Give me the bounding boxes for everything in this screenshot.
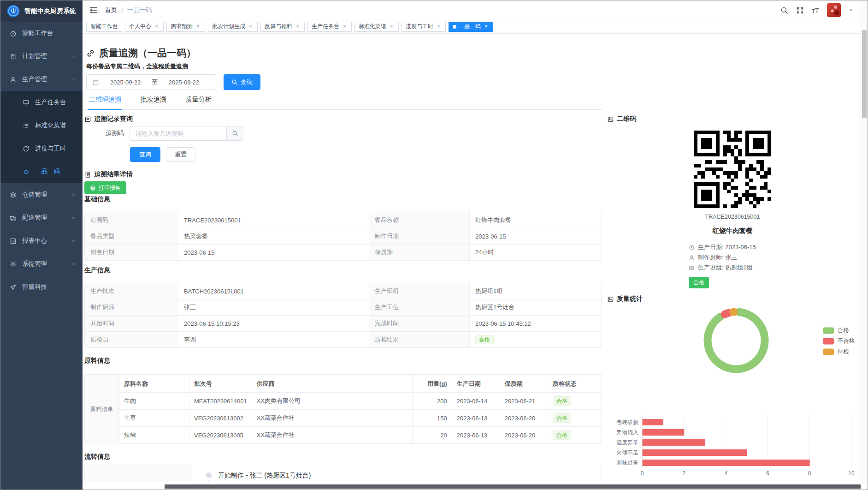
trace-detail-column: 追溯记录查询 追溯码 查询 重置 追溯结果详情 [84, 115, 602, 482]
qr-info-line: 生产班组: 热厨组1组 [689, 263, 776, 273]
layers-icon [10, 191, 17, 198]
close-icon[interactable]: × [342, 24, 348, 30]
svg-text:6: 6 [766, 470, 769, 477]
scrollbar-thumb[interactable] [862, 30, 867, 118]
sidebar-item-one-dish-one-code[interactable]: 一品一码 [0, 160, 83, 183]
document-icon [10, 53, 17, 60]
tab-二维码追溯[interactable]: 二维码追溯 [88, 95, 122, 110]
search-icon[interactable] [780, 6, 788, 14]
label-cell: 开始时间 [85, 316, 178, 332]
fullscreen-icon[interactable] [796, 6, 804, 14]
legend-item-待检[interactable]: 待检 [823, 348, 855, 356]
dashboard-icon [10, 30, 17, 37]
tag-label: 需求预测 [171, 23, 193, 30]
close-icon[interactable]: × [154, 24, 159, 30]
date-range-picker[interactable]: 2025-09-22 至 2025-09-22 [86, 74, 216, 90]
legend-marker [823, 327, 834, 334]
flow-info-title: 流转信息 [84, 453, 602, 461]
sidebar-item-recipes[interactable]: 标准化菜谱 [0, 114, 83, 137]
tab-质量分析[interactable]: 质量分析 [185, 95, 213, 109]
qr-dish-name: 红烧牛肉套餐 [607, 227, 858, 235]
basic-info-title: 基础信息 [84, 195, 602, 203]
tag-item-2[interactable]: 需求预测× [166, 22, 205, 32]
flow-timeline: 开始制作 - 张三 (热厨区1号灶台)2023-06-15 10:15:00 [192, 464, 601, 482]
sidebar-item-production[interactable]: 生产管理 [0, 68, 83, 91]
status-badge: 合格 [475, 335, 494, 344]
bar-category-label: 调味过重 [616, 460, 638, 466]
query-button[interactable]: 查询 [130, 147, 160, 162]
search-icon [232, 130, 238, 137]
close-icon[interactable]: × [295, 24, 301, 30]
value-cell: 2023-06-15 10:45:12 [470, 316, 602, 332]
date-to-value[interactable]: 2025-09-22 [158, 79, 210, 86]
table-cell: 2023-06-13 [452, 410, 500, 427]
chevron-icon [71, 262, 76, 267]
close-icon[interactable]: × [483, 24, 489, 30]
table-cell: VEG20230613005 [189, 427, 252, 444]
label-cell: 餐品类型 [85, 228, 178, 245]
close-icon[interactable]: × [436, 24, 442, 30]
table-row: 追溯码TRACE20230615001餐品名称红烧牛肉套餐 [85, 212, 602, 228]
tag-item-6[interactable]: 标准化菜谱× [354, 22, 399, 32]
reset-button[interactable]: 重置 [166, 147, 195, 162]
font-size-icon[interactable]: ᴛT [812, 7, 819, 14]
tag-item-5[interactable]: 生产任务台× [307, 22, 352, 32]
tag-item-3[interactable]: 批次计划生成× [208, 22, 258, 32]
legend-item-合格[interactable]: 合格 [823, 327, 855, 335]
breadcrumb-home[interactable]: 首页 [105, 6, 117, 14]
trace-code-input[interactable] [130, 126, 226, 141]
close-icon[interactable]: × [195, 24, 201, 30]
date-range-row: 2025-09-22 至 2025-09-22 查询 [86, 74, 260, 90]
timeline-line [208, 480, 209, 482]
table-cell: 150 [412, 410, 452, 427]
sidebar-submenu-production: 生产任务台标准化菜谱进度与工时一品一码 [0, 91, 83, 183]
tab-批次追溯[interactable]: 批次追溯 [140, 95, 167, 109]
trace-code-form-row: 追溯码 [84, 126, 602, 141]
legend-item-不合格[interactable]: 不合格 [823, 337, 855, 345]
page-subtitle: 每份餐品专属二维码，全流程质量追溯 [86, 62, 188, 71]
close-icon[interactable]: × [389, 24, 395, 30]
print-report-button[interactable]: 打印报告 [84, 181, 126, 194]
user-icon [10, 76, 17, 83]
window-bottom-frame [165, 484, 861, 489]
sidebar-item-reports[interactable]: 报表中心 [0, 229, 83, 252]
basic-info-table: 追溯码TRACE20230615001餐品名称红烧牛肉套餐餐品类型热菜套餐制作日… [84, 212, 602, 261]
tag-item-1[interactable]: 个人中心× [125, 22, 164, 32]
star-icon [23, 168, 30, 175]
sidebar-item-system[interactable]: 系统管理 [0, 252, 83, 275]
tag-label: 批次计划生成 [212, 23, 245, 30]
close-icon[interactable]: × [248, 24, 254, 30]
sidebar-item-production-tasks[interactable]: 生产任务台 [0, 91, 83, 114]
hamburger-icon[interactable] [89, 6, 98, 15]
group-icon [689, 265, 695, 271]
materials-table: 原料名称批次号供应商用量(g)生产日期保质期质检状态牛肉MEAT20230614… [119, 375, 601, 444]
chevron-down-icon[interactable] [849, 8, 853, 12]
qr-header: 二维码 [607, 115, 858, 123]
tag-item-0[interactable]: 智能工作台 [86, 22, 122, 32]
sidebar-item-ai-tech[interactable]: 智脑科技 [0, 275, 83, 299]
tag-item-7[interactable]: 进度与工时× [402, 22, 446, 32]
trace-query-header: 追溯记录查询 [84, 115, 602, 123]
tag-item-8[interactable]: 一品一码× [449, 22, 493, 32]
date-search-button[interactable]: 查询 [224, 74, 260, 90]
qr-badge-row: 合格 [689, 273, 776, 288]
label-cell: 质检结果 [369, 332, 470, 348]
sidebar-item-warehouse[interactable]: 仓储管理 [0, 183, 83, 206]
sidebar-item-plan[interactable]: 计划管理 [0, 45, 83, 68]
sidebar-item-progress-hours[interactable]: 进度与工时 [0, 137, 83, 160]
table-header-row: 原料名称批次号供应商用量(g)生产日期保质期质检状态 [119, 375, 601, 393]
avatar[interactable] [827, 3, 841, 17]
sidebar-item-workbench[interactable]: 智能工作台 [0, 22, 83, 45]
sidebar-item-label: 计划管理 [22, 52, 71, 60]
tag-item-4[interactable]: 反算与领料× [260, 22, 305, 32]
qr-info-text: 制作厨师: 张三 [698, 253, 737, 262]
date-from-value[interactable]: 2025-09-22 [99, 79, 152, 86]
svg-text:8: 8 [808, 470, 811, 477]
input-search-button[interactable] [226, 126, 243, 141]
document-icon [84, 171, 91, 178]
breadcrumb-current: 一品一码 [127, 6, 152, 14]
svg-text:10: 10 [848, 470, 855, 477]
tag-label: 一品一码 [459, 23, 481, 30]
column-header: 生产日期 [452, 375, 500, 393]
sidebar-item-delivery[interactable]: 配送管理 [0, 206, 83, 229]
